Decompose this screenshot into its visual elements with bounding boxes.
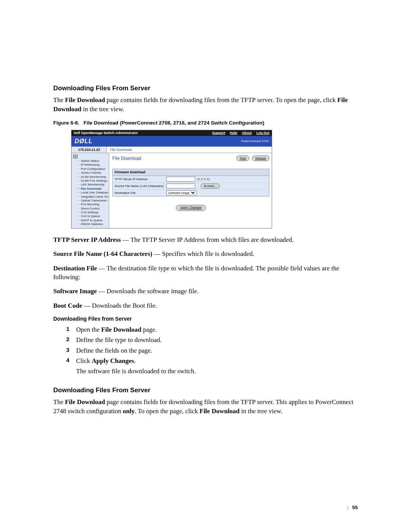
section-heading: Downloading Files From Server bbox=[53, 84, 358, 93]
document-page: Downloading Files From Server The File D… bbox=[0, 0, 411, 532]
field-definition-sub: Software Image — Downloads the software … bbox=[53, 287, 358, 296]
step: 2 Define the file type to download. bbox=[66, 335, 358, 344]
footer-divider: | bbox=[347, 505, 348, 510]
procedure-heading: Downloading Files from Server bbox=[53, 315, 358, 323]
text: Define the fields on the page. bbox=[76, 346, 152, 355]
nav-help-link[interactable]: Help bbox=[230, 131, 237, 135]
tree-item[interactable]: Storm Control bbox=[73, 207, 108, 211]
form-row-destination-file: Destination File Software Image bbox=[113, 190, 269, 196]
figure-caption: Figure 6-8. File Download (PowerConnect … bbox=[53, 120, 358, 127]
nav-tree: ⇨ Switch StatusIP AddressingPort Configu… bbox=[72, 153, 109, 228]
tree-item[interactable]: IP Addressing bbox=[73, 163, 108, 167]
figure-number: Figure 6-8. bbox=[53, 120, 79, 126]
tree-item[interactable]: CoS to Queue bbox=[73, 214, 108, 218]
text: Open the bbox=[76, 326, 101, 333]
step-number: 2 bbox=[66, 335, 76, 344]
text: page. bbox=[141, 326, 157, 333]
destination-file-select[interactable]: Software Image bbox=[166, 190, 196, 195]
content-panel: Print Refresh File Download Firmware Dow… bbox=[109, 153, 272, 228]
dell-logo: DØLL bbox=[75, 137, 93, 145]
field-label: Source File Name (1-64 Characters) bbox=[115, 184, 166, 188]
tree-item[interactable]: RMON Statistics bbox=[73, 222, 108, 226]
page-number: 55 bbox=[352, 505, 358, 510]
tree-item[interactable]: CoS Settings bbox=[73, 211, 108, 214]
field-definition: TFTP Server IP Address — The TFTP Server… bbox=[53, 235, 358, 244]
refresh-button[interactable]: Refresh bbox=[252, 155, 269, 161]
text: in the tree view. bbox=[81, 105, 124, 113]
procedure-steps: 1 Open the File Download page. 2 Define … bbox=[66, 325, 358, 376]
text: Define the file type to download. bbox=[76, 335, 162, 344]
app-title: Dell OpenManage Switch Administrator bbox=[72, 131, 210, 135]
text: page contains fields for downloading fil… bbox=[105, 96, 337, 104]
field-definition-sub: Boot Code — Downloads the Boot file. bbox=[53, 301, 358, 310]
print-button[interactable]: Print bbox=[236, 155, 249, 161]
tree-collapse-icon[interactable]: ⇨ bbox=[73, 155, 78, 158]
device-ip: 176.210.11.22 bbox=[72, 147, 107, 153]
text: Click bbox=[76, 357, 92, 364]
field-hint: (X.X.X.X) bbox=[197, 177, 210, 181]
source-file-input[interactable] bbox=[166, 184, 195, 189]
term: TFTP Server IP Address bbox=[53, 236, 121, 243]
field-label: TFTP Server IP Address bbox=[115, 177, 166, 181]
form-row-tftp-ip: TFTP Server IP Address (X.X.X.X) bbox=[113, 176, 269, 183]
step-result: The software file is downloaded to the s… bbox=[76, 367, 358, 375]
nav-logout-link[interactable]: Log Out bbox=[256, 131, 270, 135]
form-row-source-file: Source File Name (1-64 Characters) Brows… bbox=[113, 183, 269, 190]
text: The bbox=[53, 398, 65, 406]
tree-item[interactable]: VLAN Port Settings bbox=[73, 179, 108, 183]
step-number: 4 bbox=[66, 356, 76, 365]
breadcrumb: File Download bbox=[107, 147, 272, 153]
tree-item[interactable]: Switch Status bbox=[73, 159, 108, 163]
figure-title: File Download (PowerConnect 2708, 2716, … bbox=[84, 120, 264, 126]
text-bold: File Download bbox=[101, 326, 141, 333]
field-definition: Destination File — The destination file … bbox=[53, 264, 358, 282]
page-footer: |55 bbox=[347, 504, 358, 511]
app-titlebar: Dell OpenManage Switch Administrator Sup… bbox=[72, 130, 272, 136]
text-bold: File Download bbox=[199, 407, 239, 415]
model-label: PowerConnect 2724 bbox=[241, 139, 269, 143]
section-paragraph: The File Download page contains fields f… bbox=[53, 96, 358, 113]
tree-item[interactable]: Jumbo Frames bbox=[73, 171, 108, 175]
apply-changes-button[interactable]: Apply Changes bbox=[176, 205, 206, 211]
text-bold: File Download bbox=[65, 398, 105, 406]
step-number: 1 bbox=[66, 325, 76, 334]
text: . bbox=[134, 357, 135, 364]
text-bold: only bbox=[123, 407, 135, 415]
definition: — Specifies which file is downloaded. bbox=[152, 250, 254, 257]
term: Software Image bbox=[53, 288, 97, 295]
tree-item[interactable]: File Download bbox=[73, 187, 108, 191]
nav-support-link[interactable]: Support bbox=[212, 131, 225, 135]
step-number: 3 bbox=[66, 346, 76, 355]
tree-item[interactable]: LAG Membership bbox=[73, 183, 108, 187]
text-bold: Apply Changes bbox=[92, 357, 134, 364]
browse-button[interactable]: Browse... bbox=[201, 184, 220, 189]
step: 4 Click Apply Changes. The software file… bbox=[66, 356, 358, 376]
text: . To open the page, click bbox=[135, 407, 199, 415]
definition: — Downloads the software image file. bbox=[97, 288, 199, 295]
embedded-screenshot: Dell OpenManage Switch Administrator Sup… bbox=[71, 130, 272, 228]
tree-item[interactable]: VLAN Membership bbox=[73, 175, 108, 179]
nav-about-link[interactable]: About bbox=[242, 131, 252, 135]
text: in the tree view. bbox=[240, 407, 283, 415]
term: Source File Name (1-64 Characters) bbox=[53, 250, 152, 257]
breadcrumb-row: 176.210.11.22 File Download bbox=[72, 147, 272, 153]
term: Boot Code bbox=[53, 302, 82, 309]
section-paragraph: The File Download page contains fields f… bbox=[53, 398, 358, 415]
tree-item[interactable]: Port Mirroring bbox=[73, 203, 108, 206]
definition: — The TFTP Server IP Address from which … bbox=[121, 236, 293, 243]
field-label: Destination File bbox=[115, 191, 166, 195]
firmware-download-panel: Firmware Download TFTP Server IP Address… bbox=[112, 169, 269, 197]
tree-item[interactable]: Local User Database bbox=[73, 191, 108, 195]
tree-item[interactable]: Port Configuration bbox=[73, 167, 108, 171]
tree-item[interactable]: Integrated Cable Test bbox=[73, 195, 108, 199]
tftp-ip-input[interactable] bbox=[166, 177, 195, 182]
section-heading: Downloading Files From Server bbox=[53, 386, 358, 395]
brand-bar: DØLL PowerConnect 2724 bbox=[72, 136, 272, 147]
tree-item[interactable]: DSCP to Queue bbox=[73, 219, 108, 222]
text-bold: File Download bbox=[65, 96, 105, 104]
step: 3 Define the fields on the page. bbox=[66, 346, 358, 355]
tree-item[interactable]: Optical Transceiver Dia bbox=[73, 199, 108, 203]
step: 1 Open the File Download page. bbox=[66, 325, 358, 334]
text: The bbox=[53, 96, 65, 104]
field-definition: Source File Name (1-64 Characters) — Spe… bbox=[53, 249, 358, 258]
